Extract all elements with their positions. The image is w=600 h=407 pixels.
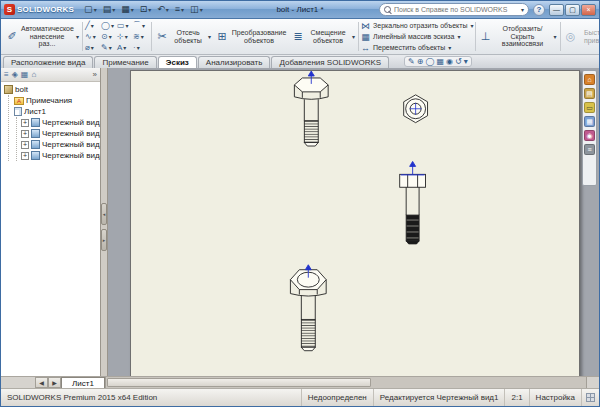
previous-view-icon[interactable]: ↺ [455,58,462,66]
panel-splitter[interactable]: ◂ ▸ [101,68,108,376]
status-bar-grid-button[interactable] [581,389,599,406]
tab-view-layout[interactable]: Расположение вида [3,56,93,68]
search-input[interactable] [394,6,518,13]
display-style-icon[interactable]: ◉ [446,58,453,66]
tree-item-sheet[interactable]: Лист1 [11,106,100,117]
heads-up-view-toolbar: ✎ ⊕ ◯ ▦ ◉ ↺ ▾ [404,56,472,67]
linear-pattern-button[interactable]: ▦ Линейный массив эскиза ▾ [360,31,473,42]
chevron-down-icon[interactable]: ▾ [464,58,468,66]
tab-solidworks-addins[interactable]: Добавления SOLIDWORKS [271,56,389,68]
print-button[interactable]: ⊡▾ [138,3,154,17]
feature-tree-tab-icon[interactable]: ≡ [4,71,9,79]
appearances-icon[interactable]: ◉ [584,130,595,141]
move-icon: ↔ [360,42,371,53]
tab-annotation[interactable]: Примечание [94,56,156,68]
brand-name: SOLIDWORKS [17,5,74,14]
drawing-view-1[interactable] [294,78,328,146]
point-tool-button[interactable]: ⊹▾ [117,31,133,42]
circle-tool-button[interactable]: ◯▾ [101,20,117,31]
expand-icon[interactable]: + [21,152,29,160]
ellipse-tool-button[interactable]: ⊙▾ [101,31,117,42]
close-button[interactable]: × [581,4,596,16]
property-manager-tab-icon[interactable]: ◈ [12,71,18,79]
spline-tool-button[interactable]: ∿▾ [85,31,101,42]
panel-overflow-chevrons[interactable]: » [93,70,97,79]
tree-item-label: Чертежный вид2 [42,129,100,138]
tree-item-drawing-view-4[interactable]: + Чертежный вид4 [18,150,100,161]
convert-entities-button[interactable]: ⊞ Преобразование объектов [213,20,289,53]
next-sheet-button[interactable]: ▶ [48,377,61,388]
zoom-fit-icon[interactable]: ⊕ [417,58,424,66]
quick-snaps-button[interactable]: ◎ Быстрые привязки ▾ [562,20,599,53]
print-icon: ⊡ [140,5,148,14]
configuration-manager-tab-icon[interactable]: ▦ [21,71,29,79]
trim-entities-button[interactable]: ✂ Отсечь объекты ▾ [153,20,213,53]
tree-item-drawing-view-1[interactable]: + Чертежный вид1 [18,117,100,128]
sketch-icon[interactable]: ✎ [408,58,415,66]
undo-icon: ↶ [157,5,165,14]
display-relations-button[interactable]: ⊥ Отобразить/Скрыть взаимосвязи ▾ [477,20,559,53]
sheet-tab[interactable]: Лист1 [61,377,105,388]
save-button[interactable]: ▦▾ [119,3,136,17]
open-button[interactable]: ▤▾ [101,3,118,17]
horizontal-scrollbar-thumb[interactable] [107,378,371,387]
search-box[interactable]: ▾ [379,3,529,16]
drawing-view-4[interactable] [290,270,326,351]
chevron-down-icon: ▾ [111,23,114,29]
text-tool-button[interactable]: A▾ [117,42,133,53]
expand-icon[interactable]: + [21,141,29,149]
arc-tool-button[interactable]: ⌒▾ [133,20,149,31]
mirror-entities-button[interactable]: ⋈ Зеркально отразить объекты ▾ [360,20,473,31]
expand-icon[interactable]: + [21,119,29,127]
offset-entities-button[interactable]: ≣ Смещение объектов ▾ [289,20,357,53]
drawing-view-3[interactable] [400,174,426,244]
tab-evaluate[interactable]: Анализировать [198,56,271,68]
move-entities-button[interactable]: ↔ Переместить объекты ▾ [360,42,473,53]
zoom-area-icon[interactable]: ◯ [426,58,435,66]
expand-icon[interactable]: + [21,130,29,138]
customize-menu[interactable]: Настройка [529,389,581,406]
convert-entities-icon: ⊞ [215,30,229,44]
new-document-button[interactable]: ▢▾ [82,3,99,17]
previous-sheet-button[interactable]: ◀ [35,377,48,388]
splitter-expand-handle[interactable]: ▸ [101,229,107,251]
search-dropdown-icon[interactable]: ▾ [521,7,524,13]
options-button[interactable]: ◫▾ [188,3,205,17]
custom-properties-icon[interactable]: ≡ [584,144,595,155]
tab-sketch[interactable]: Эскиз [158,56,197,68]
resources-home-icon[interactable]: ⌂ [584,74,595,85]
view-palette-icon[interactable]: ▦ [584,116,595,127]
chevron-down-icon: ▾ [554,34,557,40]
horizontal-scrollbar[interactable] [105,377,586,388]
auto-dimension-icon: ✐ [5,30,19,44]
chevron-down-icon: ▾ [166,7,169,13]
line-tool-button[interactable]: ╱▾ [85,20,101,31]
select-button[interactable]: ≡▾ [173,3,186,17]
point-small-tool-button[interactable]: ·▾ [133,42,149,53]
dimxpert-tab-icon[interactable]: ⌂ [31,71,36,79]
offset-label: Смещение объектов [307,29,349,44]
tree-item-label: bolt [15,85,28,94]
sheet-icon [14,107,22,116]
tree-item-annotations[interactable]: A Примечания [11,95,100,106]
file-explorer-icon[interactable]: ▭ [584,102,595,113]
centerline-tool-button[interactable]: ⌀▾ [85,42,101,53]
rectangle-tool-button[interactable]: ▭▾ [117,20,133,31]
fillet-tool-button[interactable]: ≋▾ [133,31,149,42]
view-settings-icon[interactable]: ▦ [436,58,444,66]
auto-dimension-button[interactable]: ✐ Автоматическое нанесение раз... ▾ [3,20,81,53]
sketch-tool-button[interactable]: ✎▾ [101,42,117,53]
design-library-icon[interactable]: ▤ [584,88,595,99]
tree-item-drawing-view-2[interactable]: + Чертежный вид2 [18,128,100,139]
maximize-button[interactable]: ▢ [565,4,580,16]
help-button[interactable]: ? [533,4,545,16]
tree-item-part[interactable]: bolt [1,84,100,95]
sketch-point-indicator-3[interactable] [401,161,425,174]
chevron-down-icon: ▾ [123,45,126,51]
graphics-area[interactable]: ⌂ ▤ ▭ ▦ ◉ ≡ [108,68,599,376]
minimize-button[interactable]: — [549,4,564,16]
tree-item-drawing-view-3[interactable]: + Чертежный вид3 [18,139,100,150]
drawing-sheet[interactable] [130,70,580,376]
undo-button[interactable]: ↶▾ [155,3,171,17]
splitter-collapse-handle[interactable]: ◂ [101,203,107,225]
